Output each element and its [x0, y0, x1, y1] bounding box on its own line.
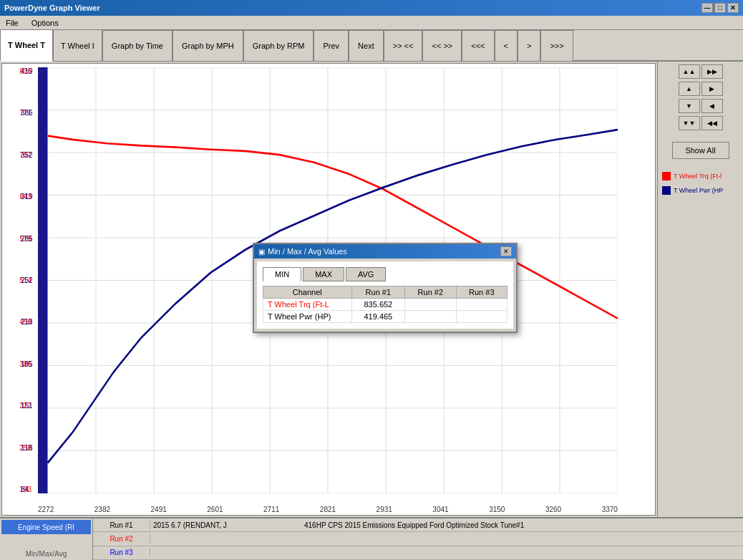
menu-file[interactable]: File	[3, 18, 21, 28]
y-blue-151: 151	[2, 402, 34, 410]
run1-short-desc: 2015 6.7 (RENDANT, J	[150, 521, 301, 530]
y-blue-319: 319	[2, 193, 34, 201]
modal-run2-2	[405, 311, 456, 323]
window-controls: — □ ✕	[701, 3, 739, 13]
modal-run3-1	[456, 299, 507, 311]
legend-color-red	[662, 172, 671, 180]
modal-header-run3: Run #3	[456, 286, 507, 299]
zoom-max-button[interactable]: >>>	[540, 30, 573, 62]
modal-title-bar: ▣ Min / Max / Avg Values ✕	[254, 244, 516, 259]
modal-header-channel: Channel	[263, 286, 352, 299]
run2-tag: Run #2	[93, 534, 150, 544]
modal-tab-avg[interactable]: AVG	[346, 267, 386, 281]
window-title: PowerDyne Graph Viewer	[4, 4, 100, 12]
y-blue-84: 84	[2, 486, 34, 493]
modal-dialog: ▣ Min / Max / Avg Values ✕ MIN MAX AVG C…	[253, 243, 518, 333]
title-bar: PowerDyne Graph Viewer — □ ✕	[0, 0, 743, 16]
run1-long-desc: 416HP CPS 2015 Emissions Equipped Ford O…	[301, 521, 743, 530]
scroll-down-button[interactable]: ▼	[679, 99, 700, 113]
bottom-row-1: Run #1 2015 6.7 (RENDANT, J 416HP CPS 20…	[93, 518, 743, 532]
chart-container: 836 771 707 643 579 514 450 386 322 258 …	[1, 63, 656, 516]
main-area: 836 771 707 643 579 514 450 386 322 258 …	[0, 62, 743, 517]
scroll-left-right-button[interactable]: ◀	[701, 99, 723, 113]
table-row: T Wheel Pwr (HP) 419.465	[263, 311, 508, 323]
bottom-row-3: Run #3	[93, 546, 743, 560]
legend-color-blue	[662, 186, 671, 195]
y-blue-419: 419	[2, 67, 34, 75]
svg-rect-22	[38, 67, 48, 493]
graph-by-rpm-button[interactable]: Graph by RPM	[243, 30, 314, 62]
scroll-left-left-button[interactable]: ◀◀	[701, 116, 723, 130]
menu-options[interactable]: Options	[29, 18, 62, 28]
run2-desc	[150, 538, 743, 539]
bottom-bar: Engine Speed (RI Min/Max/Avg Run #1 2015…	[0, 517, 743, 560]
show-all-button[interactable]: Show All	[672, 142, 729, 159]
scroll-up-row: ▲ ▶	[679, 82, 723, 96]
table-row: T Wheel Trq (Ft-L 835.652	[263, 299, 508, 311]
legend-item-red: T Wheel Trq (Ft-l	[661, 170, 740, 182]
y-axis-blue: 419 386 352 319 285 252 218 185 151 118 …	[2, 67, 34, 493]
next-button[interactable]: Next	[349, 30, 384, 62]
run1-tag: Run #1	[93, 521, 150, 530]
x-label-3370: 3370	[602, 506, 618, 513]
modal-channel-2: T Wheel Pwr (HP)	[263, 311, 352, 323]
bottom-left-panel: Engine Speed (RI Min/Max/Avg	[0, 518, 93, 560]
modal-header-run2: Run #2	[405, 286, 456, 299]
scroll-right-single-button[interactable]: ▶	[701, 82, 723, 96]
tab-twheel-i[interactable]: T Wheel I	[53, 30, 102, 62]
prev-button[interactable]: Prev	[314, 30, 349, 62]
legend-item-blue: T Wheel Pwr (HP	[661, 185, 740, 196]
min-max-avg-label: Min/Max/Avg	[1, 549, 91, 559]
modal-run1-2: 419.465	[351, 311, 405, 323]
right-panel: ▲▲ ▶▶ ▲ ▶ ▼ ◀ ▼▼ ◀◀ Show All T Wheel Trq…	[657, 62, 743, 517]
graph-by-time-button[interactable]: Graph by Time	[102, 30, 173, 62]
scroll-down-down-button[interactable]: ▼▼	[679, 116, 700, 130]
maximize-button[interactable]: □	[714, 3, 726, 13]
modal-icon: ▣	[258, 248, 265, 256]
zoom-out-button[interactable]: << >>	[422, 30, 462, 62]
x-label-2382: 2382	[94, 506, 110, 513]
modal-tabs: MIN MAX AVG	[263, 267, 508, 281]
modal-tab-min[interactable]: MIN	[263, 267, 301, 281]
y-blue-386: 386	[2, 109, 34, 117]
zoom-min-button[interactable]: <<<	[462, 30, 494, 62]
y-blue-352: 352	[2, 151, 34, 159]
scroll-down-down-row: ▼▼ ◀◀	[679, 116, 723, 130]
modal-title: Min / Max / Avg Values	[268, 247, 347, 256]
graph-by-mph-button[interactable]: Graph by MPH	[173, 30, 243, 62]
scroll-down-row: ▼ ◀	[679, 99, 723, 113]
bottom-rows: Run #1 2015 6.7 (RENDANT, J 416HP CPS 20…	[93, 518, 743, 560]
tab-twheel-t[interactable]: T Wheel T	[0, 30, 53, 62]
modal-run2-1	[405, 299, 456, 311]
legend-label-blue: T Wheel Pwr (HP	[674, 187, 723, 194]
run3-tag: Run #3	[93, 548, 150, 557]
modal-table: Channel Run #1 Run #2 Run #3 T Wheel Trq…	[263, 286, 508, 323]
scroll-right-button[interactable]: >	[518, 30, 540, 62]
close-button[interactable]: ✕	[727, 3, 739, 13]
modal-channel-1: T Wheel Trq (Ft-L	[263, 299, 352, 311]
modal-run3-2	[456, 311, 507, 323]
menu-bar: File Options	[0, 16, 743, 30]
scroll-left-button[interactable]: <	[495, 30, 518, 62]
toolbar: T Wheel T T Wheel I Graph by Time Graph …	[0, 30, 743, 62]
modal-tab-max[interactable]: MAX	[303, 267, 344, 281]
minimize-button[interactable]: —	[701, 3, 713, 13]
scroll-right-right-button[interactable]: ▶▶	[701, 64, 723, 79]
y-blue-285: 285	[2, 235, 34, 243]
scroll-up-button[interactable]: ▲	[679, 82, 700, 96]
x-label-2601: 2601	[207, 506, 223, 513]
x-label-2491: 2491	[151, 506, 167, 513]
y-blue-118: 118	[2, 444, 34, 452]
x-axis: 2272 2382 2491 2601 2711 2821 2931 3041 …	[38, 506, 618, 513]
x-label-2711: 2711	[263, 506, 279, 513]
x-label-3260: 3260	[545, 506, 561, 513]
scroll-up-up-button[interactable]: ▲▲	[679, 64, 700, 79]
zoom-in-button[interactable]: >> <<	[384, 30, 423, 62]
x-label-3150: 3150	[489, 506, 505, 513]
legend-label-red: T Wheel Trq (Ft-l	[674, 173, 722, 180]
scroll-up-up-row: ▲▲ ▶▶	[679, 64, 723, 79]
x-label-3041: 3041	[432, 506, 448, 513]
modal-content: MIN MAX AVG Channel Run #1 Run #2 Run #3	[257, 261, 513, 329]
x-label-2272: 2272	[38, 506, 54, 513]
modal-close-button[interactable]: ✕	[500, 246, 512, 256]
